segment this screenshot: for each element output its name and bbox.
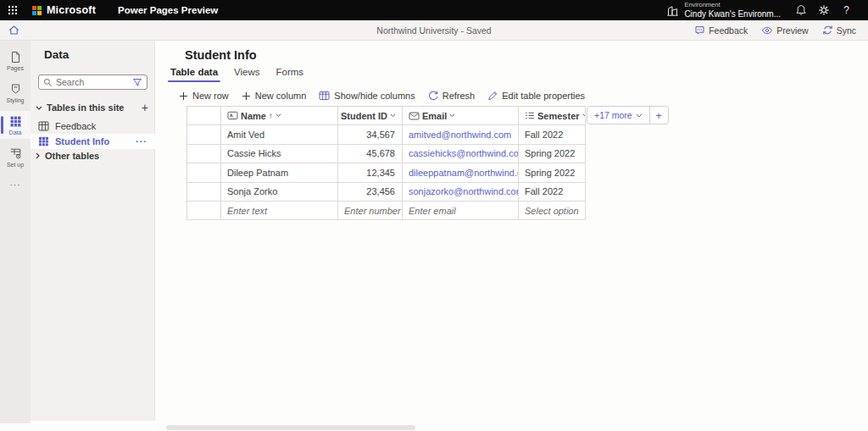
grid-cell-email[interactable]: cassiehicks@northwind.com (403, 145, 519, 163)
refresh-icon (428, 91, 438, 101)
select-all-header[interactable] (187, 107, 221, 125)
column-header-semester[interactable]: Semester (519, 107, 586, 125)
search-input[interactable] (56, 77, 129, 87)
table-item-student-info[interactable]: Student Info ··· (31, 134, 155, 149)
show-hide-columns-button[interactable]: Show/hide columns (319, 91, 415, 101)
new-column-button[interactable]: New column (242, 91, 307, 101)
pencil-icon (487, 91, 498, 101)
add-table-button[interactable]: + (140, 102, 150, 113)
new-row-name-cell[interactable]: Enter text (221, 202, 338, 220)
column-header-label: Student ID (341, 111, 387, 121)
horizontal-scrollbar-thumb[interactable] (166, 425, 415, 430)
environment-name: Cindy Kwan's Environm... (684, 9, 781, 19)
other-tables-label: Other tables (45, 151, 99, 161)
filter-icon[interactable] (132, 78, 142, 87)
app-launcher-button[interactable] (0, 0, 25, 20)
app-title: Power Pages Preview (118, 5, 218, 15)
tables-section-title: Tables in this site (47, 102, 125, 113)
text-field-icon (227, 111, 238, 120)
toolbar-label: Refresh (442, 91, 476, 101)
table-columns-icon (319, 91, 330, 101)
plus-icon (242, 91, 251, 101)
new-row-semester-cell[interactable]: Select option (519, 202, 586, 220)
toolbar-label: New column (255, 91, 307, 101)
main-content: Student Info Table data Views Forms New … (155, 41, 868, 431)
row-selector[interactable] (187, 125, 221, 144)
edit-table-properties-button[interactable]: Edit table properties (487, 91, 585, 101)
more-columns-split-button: +17 more + (587, 106, 669, 124)
power-pages-window: Microsoft Power Pages Preview Environmen… (0, 0, 868, 431)
help-button[interactable]: ? (835, 0, 858, 20)
feedback-button[interactable]: Feedback (689, 22, 753, 38)
new-row-email-cell[interactable]: Enter email (403, 202, 519, 220)
tab-table-data[interactable]: Table data (168, 65, 220, 84)
navigation-rail: Pages Styling Data (0, 41, 31, 423)
chevron-down-icon (449, 113, 455, 118)
page-title: Student Info (185, 48, 257, 62)
column-header-name[interactable]: Name ↑ (221, 107, 338, 125)
new-row-student-id-cell[interactable]: Enter number (338, 202, 403, 220)
grid-cell-student-id[interactable]: 45,678 (338, 145, 403, 163)
row-selector[interactable] (187, 163, 221, 182)
row-selector[interactable] (187, 145, 221, 163)
rail-label: Set up (7, 162, 24, 168)
more-horizontal-icon[interactable]: ··· (136, 136, 147, 146)
column-header-student-id[interactable]: Student ID (338, 107, 403, 125)
rail-item-styling[interactable]: Styling (0, 79, 31, 107)
rail-item-data[interactable]: Data (0, 111, 31, 139)
grid-cell-email[interactable]: amitved@northwind.com (403, 125, 519, 144)
sync-label: Sync (837, 25, 856, 36)
chevron-down-icon (36, 106, 42, 110)
column-header-label: Name (241, 111, 266, 121)
row-selector[interactable] (187, 183, 221, 202)
other-tables-toggle[interactable]: Other tables (36, 151, 99, 161)
data-icon (9, 115, 22, 128)
plus-icon: + (655, 109, 662, 122)
grid-cell-semester[interactable]: Spring 2022 (519, 163, 586, 182)
waffle-icon (8, 5, 18, 15)
table-item-feedback[interactable]: Feedback (31, 119, 155, 134)
tables-section-header[interactable]: Tables in this site + (36, 100, 150, 115)
rail-item-pages[interactable]: Pages (0, 47, 31, 75)
new-row-button[interactable]: New row (179, 91, 229, 101)
chevron-down-icon (636, 113, 643, 118)
sync-button[interactable]: Sync (817, 22, 861, 38)
grid-cell-semester[interactable]: Fall 2022 (519, 125, 586, 144)
environment-picker[interactable]: Environment Cindy Kwan's Environm... (658, 0, 789, 20)
grid-cell-name[interactable]: Cassie Hicks (221, 145, 338, 163)
refresh-button[interactable]: Refresh (428, 91, 476, 101)
home-icon (8, 24, 20, 36)
grid-toolbar: New row New column Show/hide columns (179, 88, 585, 103)
tab-views[interactable]: Views (231, 65, 262, 84)
grid-cell-student-id[interactable]: 12,345 (338, 163, 403, 182)
grid-cell-semester[interactable]: Spring 2022 (519, 145, 586, 163)
toolbar-label: Show/hide columns (334, 91, 415, 101)
column-header-email[interactable]: Email (403, 107, 519, 125)
grid-cell-name[interactable]: Dileep Patnam (221, 163, 338, 182)
more-horizontal-icon: ··· (10, 180, 21, 190)
grid-cell-email[interactable]: sonjazorko@northwind.com (403, 183, 519, 202)
grid-cell-semester[interactable]: Fall 2022 (519, 183, 586, 202)
settings-button[interactable] (812, 0, 835, 20)
grid-cell-name[interactable]: Amit Ved (221, 125, 338, 144)
choice-list-icon (525, 111, 535, 120)
grid-cell-student-id[interactable]: 23,456 (338, 183, 403, 202)
grid-cell-email[interactable]: dileeppatnam@northwind.com (403, 163, 519, 182)
add-column-button[interactable]: + (649, 107, 668, 124)
grid-cell-student-id[interactable]: 34,567 (338, 125, 403, 144)
grid-cell-name[interactable]: Sonja Zorko (221, 183, 338, 202)
tab-forms[interactable]: Forms (274, 65, 307, 84)
preview-button[interactable]: Preview (756, 23, 813, 38)
more-columns-button[interactable]: +17 more (587, 107, 649, 124)
rail-more-button[interactable]: ··· (10, 180, 21, 190)
account-button[interactable] (858, 4, 868, 17)
rail-item-set-up[interactable]: Set up (0, 143, 31, 171)
home-button[interactable] (0, 20, 27, 41)
row-selector[interactable] (187, 202, 221, 220)
plus-icon (179, 91, 188, 101)
top-app-bar: Microsoft Power Pages Preview Environmen… (0, 0, 868, 20)
notifications-button[interactable] (789, 0, 812, 20)
chevron-right-icon (36, 152, 40, 159)
tab-bar: Table data Views Forms (168, 65, 306, 84)
email-icon (409, 112, 420, 120)
